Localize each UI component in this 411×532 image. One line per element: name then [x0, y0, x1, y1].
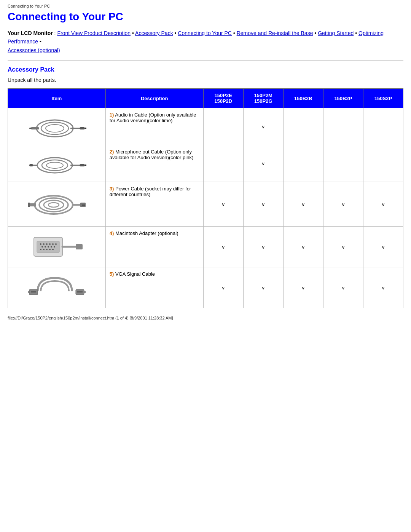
- col-header-150p2e: 150P2E 150P2D: [203, 89, 243, 108]
- svg-point-39: [48, 246, 49, 248]
- item-num-3: 3): [110, 186, 114, 192]
- cell-4-150b2p: v: [323, 227, 363, 267]
- link-accessories-optional[interactable]: Accessories (optional): [8, 47, 60, 53]
- link-remove-reinstall[interactable]: Remove and Re-install the Base: [237, 30, 313, 36]
- svg-point-22: [48, 203, 59, 207]
- col-header-desc: Description: [105, 89, 203, 108]
- table-row: 1) Audio in Cable (Option only available…: [8, 108, 403, 145]
- cell-1-150b2p: [323, 108, 363, 145]
- svg-rect-14: [29, 164, 33, 166]
- svg-point-45: [49, 249, 51, 250]
- item-num-1: 1): [110, 112, 114, 118]
- cell-5-150p2m: v: [243, 267, 283, 308]
- svg-rect-4: [29, 128, 32, 129]
- desc-cell-4: 4) Macintosh Adapter (optional): [105, 227, 203, 267]
- item-num-2: 2): [110, 149, 114, 155]
- power-cable-icon: [26, 185, 87, 223]
- svg-point-40: [51, 246, 52, 248]
- cell-3-150p2e: v: [203, 182, 243, 227]
- cell-5-150b2b: v: [283, 267, 323, 308]
- item-image-cell-2: [8, 145, 106, 182]
- footer-text: file:///D|/Grace/150P2/english/150p2m/in…: [8, 316, 173, 320]
- link-getting-started[interactable]: Getting Started: [318, 30, 354, 36]
- item-desc-1: Audio in Cable (Option only available fo…: [110, 112, 196, 123]
- svg-point-36: [55, 243, 57, 245]
- link-connecting[interactable]: Connecting to Your PC: [178, 30, 232, 36]
- cell-1-150p2m: v: [243, 108, 283, 145]
- cell-5-150b2p: v: [323, 267, 363, 308]
- cell-3-150b2b: v: [283, 182, 323, 227]
- svg-point-41: [54, 246, 55, 248]
- unpack-text: Unpack all the parts.: [8, 77, 403, 83]
- item-image-cell-3: [8, 182, 106, 227]
- audio-in-cable-icon: [26, 111, 87, 142]
- footer-bar: file:///D|/Grace/150P2/english/150p2m/in…: [8, 316, 403, 320]
- svg-rect-49: [29, 289, 38, 295]
- cell-1-150p2e: [203, 108, 243, 145]
- table-row: 4) Macintosh Adapter (optional) v v v v …: [8, 227, 403, 267]
- svg-rect-26: [80, 203, 86, 207]
- cell-5-150s2p: v: [363, 267, 403, 308]
- section-title: Accessory Pack: [8, 66, 403, 73]
- link-front-view[interactable]: Front View Product Description: [57, 30, 131, 36]
- col-header-150p2m: 150P2M 150P2G: [243, 89, 283, 108]
- cell-2-150p2e: [203, 145, 243, 182]
- svg-rect-52: [76, 289, 84, 295]
- table-row: 3) Power Cable (socket may differ for di…: [8, 182, 403, 227]
- item-num-4: 4): [110, 230, 114, 236]
- svg-point-21: [44, 200, 64, 209]
- item-image-cell-5: [8, 267, 106, 308]
- desc-cell-5: 5) VGA Signal Cable: [105, 267, 203, 308]
- svg-point-12: [46, 162, 63, 168]
- svg-rect-16: [80, 164, 85, 166]
- cell-1-150s2p: [363, 108, 403, 145]
- cell-4-150p2e: v: [203, 227, 243, 267]
- svg-point-43: [43, 249, 45, 250]
- svg-point-34: [49, 243, 51, 245]
- cell-4-150s2p: v: [363, 227, 403, 267]
- link-accessory-pack[interactable]: Accessory Pack: [135, 30, 173, 36]
- item-desc-5: VGA Signal Cable: [115, 271, 155, 277]
- item-desc-3: Power Cable (socket may differ for diffe…: [110, 186, 191, 197]
- svg-point-11: [42, 160, 68, 171]
- svg-point-2: [46, 125, 64, 132]
- col-header-150b2p: 150B2P: [323, 89, 363, 108]
- table-header-row: Item Description 150P2E 150P2D 150P2M 15…: [8, 89, 403, 108]
- browser-tab-label: Connecting to Your PC: [8, 4, 50, 8]
- svg-point-42: [40, 249, 41, 250]
- intro-section: Your LCD Monitor : Front View Product De…: [8, 29, 403, 54]
- intro-label: Your LCD Monitor: [8, 30, 53, 36]
- item-num-5: 5): [110, 271, 114, 277]
- svg-point-32: [43, 243, 45, 245]
- cell-2-150p2m: v: [243, 145, 283, 182]
- svg-rect-23: [29, 203, 36, 206]
- svg-rect-7: [80, 127, 85, 129]
- cell-5-150p2e: v: [203, 267, 243, 308]
- browser-title-bar: Connecting to Your PC: [8, 4, 403, 8]
- cell-2-150b2b: [283, 145, 323, 182]
- cell-1-150b2b: [283, 108, 323, 145]
- svg-point-37: [41, 246, 43, 248]
- svg-point-31: [40, 243, 41, 245]
- desc-cell-1: 1) Audio in Cable (Option only available…: [105, 108, 203, 145]
- item-desc-2: Microphone out Cable (Option only availa…: [110, 149, 193, 160]
- svg-point-46: [52, 249, 54, 250]
- col-header-150b2b: 150B2B: [283, 89, 323, 108]
- cell-3-150s2p: v: [363, 182, 403, 227]
- desc-cell-2: 2) Microphone out Cable (Option only ava…: [105, 145, 203, 182]
- col-header-item: Item: [8, 89, 106, 108]
- page-title: Connecting to Your PC: [8, 11, 403, 23]
- cell-2-150b2p: [323, 145, 363, 182]
- col-header-150s2p: 150S2P: [363, 89, 403, 108]
- cell-4-150p2m: v: [243, 227, 283, 267]
- table-row: 2) Microphone out Cable (Option only ava…: [8, 145, 403, 182]
- svg-rect-24: [28, 203, 30, 207]
- cell-2-150s2p: [363, 145, 403, 182]
- svg-point-33: [46, 243, 48, 245]
- mac-adapter-icon: [26, 230, 87, 264]
- item-image-cell-4: [8, 227, 106, 267]
- microphone-cable-icon: [26, 148, 87, 179]
- svg-point-44: [46, 249, 48, 250]
- cell-4-150b2b: v: [283, 227, 323, 267]
- svg-point-38: [45, 246, 46, 248]
